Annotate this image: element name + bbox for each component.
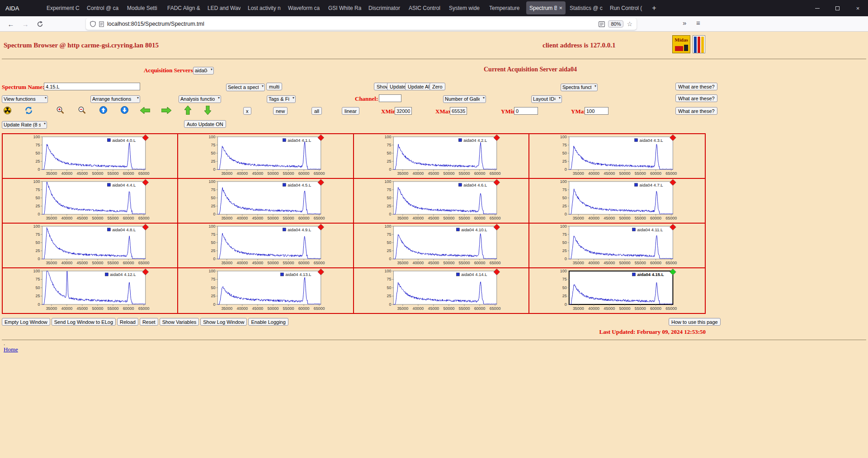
y-tick-label: 100 <box>209 224 216 229</box>
x-projection-button[interactable]: x <box>243 107 251 115</box>
tab-waveform-ca[interactable]: Waveform ca <box>285 1 324 14</box>
tab-led-and-wav[interactable]: LED and Wav <box>204 1 244 14</box>
app-menu-button[interactable]: ≡ <box>696 19 700 27</box>
spectrum-cell-4-12-L[interactable]: 0255075100350004000045000500005500060000… <box>3 268 178 313</box>
spectrum-cell-4-8-L[interactable]: 0255075100350004000045000500005500060000… <box>3 224 178 268</box>
tab-strip: Experiment CControl @ caModule SettiFADC… <box>43 0 646 16</box>
acquisition-server-select[interactable]: aida04 <box>193 67 214 75</box>
reload-page-button[interactable]: Reload <box>117 318 138 326</box>
tags-fits-select[interactable]: Tags & Fits <box>267 95 296 103</box>
spectrum-cell-4-9-L[interactable]: 0255075100350004000045000500005500060000… <box>178 224 354 268</box>
url-bar[interactable]: localhost:8015/Spectrum/Spectrum.tml 80%… <box>86 18 637 30</box>
y-tick-label: 0 <box>38 257 40 261</box>
show-variables-button[interactable]: Show Variables <box>160 318 199 326</box>
reset-button[interactable]: Reset <box>140 318 158 326</box>
tab-gsi-white-ra[interactable]: GSI White Ra <box>325 1 364 14</box>
tab-system-wide[interactable]: System wide <box>446 1 485 14</box>
spectrum-name-input[interactable] <box>44 83 140 90</box>
zero-button[interactable]: Zero <box>429 83 445 90</box>
ymax-input[interactable] <box>585 107 609 115</box>
tab-module-setti[interactable]: Module Setti <box>124 1 163 14</box>
layout-id-select[interactable]: Layout ID=8 <box>531 95 562 103</box>
spectrum-cell-4-15-L[interactable]: 0255075100350004000045000500005500060000… <box>529 268 705 313</box>
spectrum-cell-4-2-L[interactable]: 0255075100350004000045000500005500060000… <box>354 134 529 179</box>
spectrum-cell-4-1-L[interactable]: 0255075100350004000045000500005500060000… <box>178 134 354 179</box>
spectrum-cell-4-13-L[interactable]: 0255075100350004000045000500005500060000… <box>178 268 354 313</box>
spectrum-cell-4-3-L[interactable]: 0255075100350004000045000500005500060000… <box>529 134 705 179</box>
xmin-input[interactable] <box>395 107 412 115</box>
refresh-spectra-button[interactable] <box>24 106 33 115</box>
back-button[interactable]: ← <box>5 18 17 30</box>
x-tick-label: 40000 <box>588 171 599 176</box>
new-tab-button[interactable]: + <box>647 2 661 15</box>
what-are-these-button-3[interactable]: What are these? <box>675 107 717 115</box>
zoom-level-badge[interactable]: 80% <box>608 20 623 28</box>
spectrum-cell-4-6-L[interactable]: 0255075100350004000045000500005500060000… <box>354 179 529 224</box>
reload-button[interactable] <box>33 18 46 30</box>
tab-statistics-c[interactable]: Statistics @ c <box>566 1 606 14</box>
spectrum-cell-4-0-L[interactable]: 0255075100350004000045000500005500060000… <box>3 134 178 179</box>
previous-spectrum-button[interactable] <box>140 107 150 114</box>
tab-close-icon[interactable]: × <box>559 5 562 11</box>
arrange-functions-select[interactable]: Arrange functions <box>90 95 140 103</box>
select-a-spectrum[interactable]: Select a spectrum <box>226 84 265 91</box>
what-are-these-button-2[interactable]: What are these? <box>675 94 717 102</box>
reader-view-icon[interactable] <box>599 21 605 27</box>
channel-input[interactable] <box>379 94 401 102</box>
minimize-button[interactable] <box>807 0 827 16</box>
x-tick-label: 35000 <box>397 306 408 311</box>
url-text[interactable]: localhost:8015/Spectrum/Spectrum.tml <box>107 21 204 27</box>
xmax-input[interactable] <box>450 107 467 115</box>
show-log-window-button[interactable]: Show Log Window <box>200 318 247 326</box>
auto-update-button[interactable]: Auto Update ON <box>184 120 226 128</box>
view-functions-select[interactable]: View functions <box>2 95 48 103</box>
tab-control-ca[interactable]: Control @ ca <box>84 1 123 14</box>
tab-discriminator[interactable]: Discriminator <box>365 1 405 14</box>
home-link[interactable]: Home <box>4 346 18 353</box>
spectrum-cell-4-10-L[interactable]: 0255075100350004000045000500005500060000… <box>354 224 529 268</box>
spectrum-cell-4-7-L[interactable]: 0255075100350004000045000500005500060000… <box>529 179 705 224</box>
forward-button[interactable]: → <box>19 18 32 30</box>
how-to-use-button[interactable]: How to use this page <box>669 318 721 326</box>
close-window-button[interactable]: × <box>848 0 868 16</box>
shield-icon[interactable] <box>90 21 96 27</box>
zoom-in-button[interactable] <box>56 106 65 115</box>
tab-asic-control[interactable]: ASIC Control <box>406 1 445 14</box>
tab-fadc-align[interactable]: FADC Align & <box>164 1 203 14</box>
spectrum-cell-4-14-L[interactable]: 0255075100350004000045000500005500060000… <box>354 268 529 313</box>
radiation-button[interactable] <box>4 107 11 114</box>
what-are-these-button-1[interactable]: What are these? <box>675 83 717 90</box>
send-log-to-elog-button[interactable]: Send Log Window to ELog <box>52 318 116 326</box>
unzoom-y-down-button[interactable] <box>121 106 128 114</box>
number-of-galleries-select[interactable]: Number of Galleries <box>443 95 486 103</box>
bookmark-star-icon[interactable]: ☆ <box>627 20 632 28</box>
zoom-out-button[interactable] <box>78 106 87 115</box>
linear-button[interactable]: linear <box>342 107 359 115</box>
analysis-functions-select[interactable]: Analysis functions <box>179 95 221 103</box>
overflow-menu-button[interactable]: » <box>683 19 686 27</box>
ymin-input[interactable] <box>514 107 538 115</box>
enable-logging-button[interactable]: Enable Logging <box>248 318 288 326</box>
down-spectrum-button[interactable] <box>204 106 211 115</box>
next-spectrum-button[interactable] <box>161 107 171 114</box>
unzoom-y-up-button[interactable] <box>99 106 107 114</box>
spectra-functions-select[interactable]: Spectra functions <box>561 84 598 91</box>
new-button[interactable]: new <box>273 107 288 115</box>
tab-run-control[interactable]: Run Control ( <box>607 1 646 14</box>
spectrum-cell-4-4-L[interactable]: 0255075100350004000045000500005500060000… <box>3 179 178 224</box>
update-all-button[interactable]: Update All <box>405 83 433 90</box>
tab-temperature[interactable]: Temperature <box>486 1 525 14</box>
empty-log-window-button[interactable]: Empty Log Window <box>2 318 50 326</box>
spectrum-cell-4-11-L[interactable]: 0255075100350004000045000500005500060000… <box>529 224 705 268</box>
spectrum-cell-4-5-L[interactable]: 0255075100350004000045000500005500060000… <box>178 179 354 224</box>
maximize-button[interactable] <box>827 0 848 16</box>
multi-button[interactable]: multi <box>266 83 282 90</box>
tab-experiment-c[interactable]: Experiment C <box>43 1 83 14</box>
site-info-icon[interactable] <box>99 21 104 27</box>
up-spectrum-button[interactable] <box>184 106 191 115</box>
tab-lost-activity-n[interactable]: Lost activity n <box>245 1 284 14</box>
update-rate-select[interactable]: Update Rate (8 secs) <box>2 121 47 129</box>
blue-arrow-down-icon <box>121 106 128 114</box>
all-button[interactable]: all <box>311 107 322 115</box>
tab-spectrum-b[interactable]: Spectrum B× <box>526 1 566 14</box>
